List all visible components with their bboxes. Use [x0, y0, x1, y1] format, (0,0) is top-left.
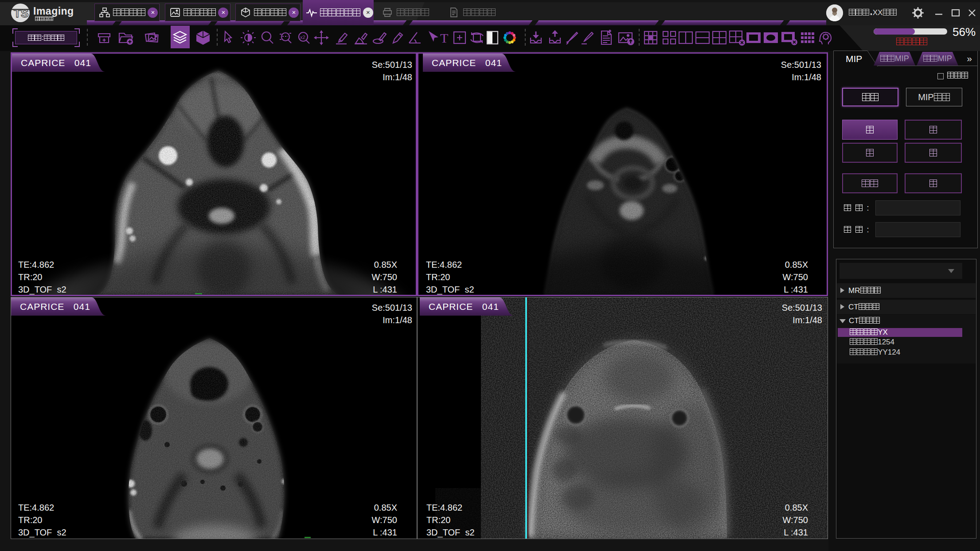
svg-text:x2: x2	[300, 35, 305, 40]
svg-text:TS: TS	[14, 7, 28, 20]
svg-text:T: T	[440, 31, 448, 45]
svg-text:MIP: MIP	[846, 54, 862, 64]
